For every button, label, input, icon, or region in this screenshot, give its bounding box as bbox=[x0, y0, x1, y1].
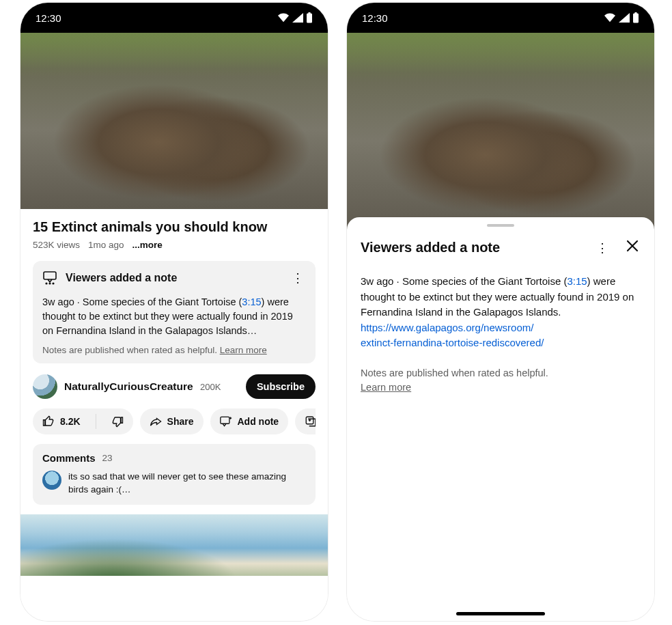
subscribe-button[interactable]: Subscribe bbox=[246, 374, 316, 399]
note-menu-button[interactable]: ⋮ bbox=[290, 270, 306, 286]
close-button[interactable] bbox=[616, 236, 641, 259]
note-body: 3w ago · Some species of the Giant Torto… bbox=[42, 295, 306, 338]
phone-right: 12:30 Viewers added a note ⋮ 3w ago · So… bbox=[347, 3, 654, 621]
note-age: 3w ago bbox=[42, 296, 74, 307]
comment-text: its so sad that we will never get to see… bbox=[68, 471, 306, 497]
community-note-icon bbox=[42, 271, 57, 285]
svg-point-5 bbox=[52, 282, 54, 284]
battery-icon bbox=[632, 12, 639, 23]
video-meta: 523K views 1mo ago ...more bbox=[33, 240, 316, 250]
view-count: 523K views bbox=[33, 240, 80, 250]
note-timestamp-link[interactable]: 3:15 bbox=[567, 275, 587, 287]
like-button[interactable]: 8.2K bbox=[33, 408, 90, 434]
svg-rect-6 bbox=[220, 417, 229, 424]
svg-rect-2 bbox=[44, 272, 56, 279]
like-count: 8.2K bbox=[60, 416, 81, 427]
watch-content: 15 Extinct animals you should know 523K … bbox=[20, 209, 328, 621]
note-header-title: Viewers added a note bbox=[66, 272, 281, 284]
learn-more-link[interactable]: Learn more bbox=[220, 345, 267, 355]
cellular-icon bbox=[292, 13, 303, 23]
video-thumbnail[interactable] bbox=[20, 33, 328, 209]
comments-count: 23 bbox=[102, 453, 113, 463]
action-row: 8.2K Share Add note Sa bbox=[33, 408, 316, 434]
note-age: 3w ago bbox=[361, 275, 393, 287]
add-note-icon bbox=[220, 416, 232, 427]
channel-info[interactable]: NaturallyCuriousCreature 200K bbox=[64, 380, 221, 393]
svg-point-4 bbox=[48, 282, 51, 284]
status-bar: 12:30 bbox=[20, 3, 328, 33]
cellular-icon bbox=[619, 13, 630, 23]
save-icon bbox=[305, 415, 316, 428]
drag-handle[interactable] bbox=[487, 224, 514, 227]
video-title[interactable]: 15 Extinct animals you should know bbox=[33, 219, 316, 236]
sheet-area: Viewers added a note ⋮ 3w ago · Some spe… bbox=[347, 230, 654, 621]
svg-rect-9 bbox=[635, 12, 637, 14]
phone-left: 12:30 15 Extinct animals you should know… bbox=[20, 3, 328, 621]
note-footer: Notes are published when rated as helpfu… bbox=[42, 345, 306, 355]
note-timestamp-link[interactable]: 3:15 bbox=[242, 296, 261, 307]
like-dislike-chip: 8.2K bbox=[33, 408, 133, 434]
video-thumbnail[interactable] bbox=[347, 33, 654, 230]
sheet-footer: Notes are published when rated as helpfu… bbox=[361, 366, 641, 396]
more-link[interactable]: ...more bbox=[132, 240, 163, 250]
wifi-icon bbox=[604, 13, 616, 23]
channel-subs: 200K bbox=[200, 382, 221, 392]
status-time: 12:30 bbox=[362, 12, 388, 24]
note-bottom-sheet: Viewers added a note ⋮ 3w ago · Some spe… bbox=[347, 217, 654, 621]
close-icon bbox=[626, 239, 639, 253]
comments-card[interactable]: Comments 23 its so sad that we will neve… bbox=[33, 444, 316, 505]
channel-row: NaturallyCuriousCreature 200K Subscribe bbox=[33, 374, 316, 399]
thumbs-up-icon bbox=[42, 415, 55, 428]
community-note-card[interactable]: Viewers added a note ⋮ 3w ago · Some spe… bbox=[33, 261, 316, 363]
battery-icon bbox=[306, 12, 313, 23]
dislike-button[interactable] bbox=[102, 408, 133, 434]
commenter-avatar[interactable] bbox=[42, 471, 61, 490]
status-icons bbox=[277, 12, 313, 23]
svg-rect-0 bbox=[307, 14, 312, 23]
thumbs-down-icon bbox=[111, 415, 124, 428]
note-source-link[interactable]: https://www.galapagos.org/newsroom/extin… bbox=[361, 322, 544, 349]
share-button[interactable]: Share bbox=[140, 408, 204, 434]
sheet-title: Viewers added a note bbox=[361, 240, 589, 255]
status-bar: 12:30 bbox=[347, 3, 654, 33]
channel-name: NaturallyCuriousCreature bbox=[64, 380, 193, 392]
wifi-icon bbox=[277, 13, 290, 23]
save-button[interactable]: Sa bbox=[295, 408, 316, 434]
top-comment: its so sad that we will never get to see… bbox=[42, 471, 306, 497]
svg-rect-1 bbox=[309, 12, 311, 14]
svg-point-3 bbox=[45, 282, 47, 284]
comments-label: Comments bbox=[42, 452, 96, 464]
channel-avatar[interactable] bbox=[33, 374, 57, 399]
chip-divider bbox=[96, 414, 96, 429]
share-icon bbox=[150, 416, 162, 427]
video-age: 1mo ago bbox=[88, 240, 124, 250]
status-time: 12:30 bbox=[36, 12, 61, 24]
learn-more-link[interactable]: Learn more bbox=[361, 382, 411, 393]
next-video-thumbnail[interactable] bbox=[20, 514, 328, 576]
sheet-body: 3w ago · Some species of the Giant Torto… bbox=[361, 274, 641, 351]
home-indicator[interactable] bbox=[456, 612, 545, 615]
add-note-button[interactable]: Add note bbox=[210, 408, 289, 434]
sheet-menu-button[interactable]: ⋮ bbox=[594, 240, 611, 255]
status-icons bbox=[604, 12, 639, 23]
svg-rect-8 bbox=[633, 14, 639, 23]
